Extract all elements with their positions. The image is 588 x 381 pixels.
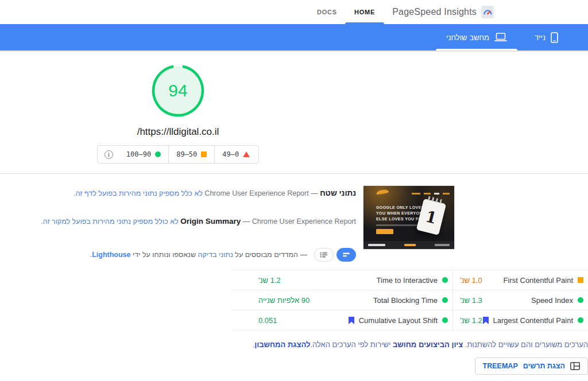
tab-home[interactable]: HOME xyxy=(354,0,375,24)
section-divider xyxy=(0,173,588,174)
calculator-link[interactable]: להצגת המחשבון xyxy=(254,340,310,349)
metric-tti: Time to Interactive 1.2 שנ' xyxy=(232,270,452,290)
metric-label-group: Cumulative Layout Shift xyxy=(349,316,448,325)
results-column: 94 /https://lldigital.co.il i 100–90 89–… xyxy=(0,52,356,164)
lab-data-row: — המדדים מבוססים על נתוני בדיקה שנאספו ו… xyxy=(0,248,356,262)
field-data-text: נתוני שטח — Chrome User Experience Repor… xyxy=(0,185,356,262)
header-nav: PageSpeed Insights HOME DOCS xyxy=(317,0,494,24)
field-data-heading: נתוני שטח xyxy=(320,189,356,197)
lab-data-link[interactable]: נתוני בדיקה xyxy=(198,251,233,259)
metric-label-group: Speed Index xyxy=(531,296,583,305)
green-circle-icon xyxy=(578,317,583,323)
laptop-icon xyxy=(494,33,507,42)
performance-score-value: 94 xyxy=(150,63,206,118)
legend-range-average: 89–50 xyxy=(168,146,214,163)
metric-value: 1.2 שנ' xyxy=(460,316,482,325)
tab-desktop-label: מחשב שולחני xyxy=(446,33,489,42)
crux-source-label: Chrome User Experience Report xyxy=(204,189,308,197)
treemap-button-row: הצגת תרשים TREEMAP xyxy=(232,357,588,375)
treemap-icon xyxy=(570,362,580,370)
metric-value: 0.051 xyxy=(258,316,277,325)
legend-range-poor: 49–0 xyxy=(214,146,257,163)
green-circle-icon xyxy=(155,151,161,157)
expanded-view-toggle[interactable] xyxy=(336,248,356,262)
pagespeed-insights-page: { "header": { "brand": "PageSpeed Insigh… xyxy=(0,0,588,381)
field-data-section: GOOGLE ONLY LOVES YOU WHEN EVERYONE ELSE… xyxy=(0,185,455,262)
score-legend: i 100–90 89–50 49–0 xyxy=(97,145,259,164)
score-section: 94 /https://lldigital.co.il i 100–90 89–… xyxy=(0,52,356,164)
site-footer-bar xyxy=(363,241,454,249)
origin-summary-message-link[interactable]: לא כולל מספיק נתוני מהירות בפועל למקור ז… xyxy=(41,217,178,226)
metric-value: 1.2 שנ' xyxy=(258,276,281,285)
card-clips xyxy=(428,196,443,204)
metric-label-group: First Contentful Paint xyxy=(504,276,583,285)
orange-square-icon xyxy=(578,277,583,283)
info-icon[interactable]: i xyxy=(105,150,113,159)
note-emphasis: ציון הביצועים מחושב xyxy=(393,340,463,349)
metric-value: 1.3 שנ' xyxy=(460,296,482,305)
expanded-view-icon xyxy=(342,252,350,258)
green-circle-icon xyxy=(578,297,583,303)
brand-link[interactable]: PageSpeed Insights xyxy=(392,6,494,18)
metric-label-group: Largest Contentful Paint xyxy=(483,316,583,325)
tab-mobile[interactable]: נייד xyxy=(521,24,572,50)
metric-cls: Cumulative Layout Shift 0.051 xyxy=(232,310,452,331)
compact-view-toggle[interactable] xyxy=(314,248,334,262)
metric-lcp: Largest Contentful Paint 1.2 שנ' xyxy=(452,310,588,331)
metric-tbt: Total Blocking Time 90 אלפיות שנייה xyxy=(232,290,452,310)
compact-view-icon xyxy=(320,252,328,258)
analyzed-url: /https://lldigital.co.il xyxy=(0,126,356,138)
metric-value: 1.0 שנ' xyxy=(460,276,482,285)
metric-speed-index: Speed Index 1.3 שנ' xyxy=(452,290,588,310)
crux-source-label: Chrome User Experience Report xyxy=(252,217,356,226)
tab-mobile-label: נייד xyxy=(535,33,546,42)
docs-link[interactable]: DOCS xyxy=(317,9,337,15)
metric-fcp: First Contentful Paint 1.0 שנ' xyxy=(452,270,588,290)
core-web-vital-flag-icon xyxy=(483,317,489,324)
green-circle-icon xyxy=(442,277,448,283)
performance-score-gauge: 94 xyxy=(150,63,206,118)
lab-data-description: — המדדים מבוססים על נתוני בדיקה שנאספו ו… xyxy=(90,250,307,260)
metric-label-group: Time to Interactive xyxy=(377,276,448,285)
page-screenshot-thumbnail: GOOGLE ONLY LOVES YOU WHEN EVERYONE ELSE… xyxy=(363,185,455,250)
metrics-grid: First Contentful Paint 1.0 שנ' Time to I… xyxy=(232,270,588,331)
site-nav-bars xyxy=(412,193,450,195)
treemap-button-label-en: TREEMAP xyxy=(483,362,518,370)
treemap-button-label: הצגת תרשים xyxy=(523,362,565,370)
metric-value: 90 אלפיות שנייה xyxy=(258,296,310,305)
pagespeed-logo-icon xyxy=(481,6,494,18)
view-toggle-group xyxy=(314,248,356,262)
metric-label-group: Total Blocking Time xyxy=(373,296,448,305)
card-number: 1 xyxy=(424,207,439,227)
site-number-card: 1 xyxy=(416,199,446,235)
site-logo-swoosh xyxy=(376,189,389,195)
app-header: PageSpeed Insights HOME DOCS xyxy=(0,0,588,24)
brand-title: PageSpeed Insights xyxy=(392,7,477,17)
tab-desktop[interactable]: מחשב שולחני xyxy=(432,24,521,50)
origin-summary-line: Origin Summary — Chrome User Experience … xyxy=(0,216,356,227)
orange-square-icon xyxy=(201,151,207,157)
field-data-message-link[interactable]: לא כלל מספיק נתוני מהירות בפועל לדף זה. xyxy=(74,189,203,197)
core-web-vital-flag-icon xyxy=(349,317,354,324)
red-triangle-icon xyxy=(243,151,250,157)
legend-range-good: 100–90 xyxy=(119,146,168,163)
lighthouse-link[interactable]: Lighthouse xyxy=(92,251,130,259)
device-toolbar: נייד מחשב שולחני xyxy=(0,24,588,52)
treemap-button[interactable]: הצגת תרשים TREEMAP xyxy=(475,357,588,375)
field-data-line: נתוני שטח — Chrome User Experience Repor… xyxy=(0,188,356,199)
origin-summary-heading: Origin Summary xyxy=(180,217,241,226)
legend-info: i xyxy=(99,150,119,159)
green-circle-icon xyxy=(442,317,448,323)
phone-icon xyxy=(551,32,558,43)
site-cta-button xyxy=(376,229,393,234)
estimates-note: הערכים משוערים והם עשויים להשתנות. ציון … xyxy=(232,340,588,349)
green-circle-icon xyxy=(442,297,448,303)
